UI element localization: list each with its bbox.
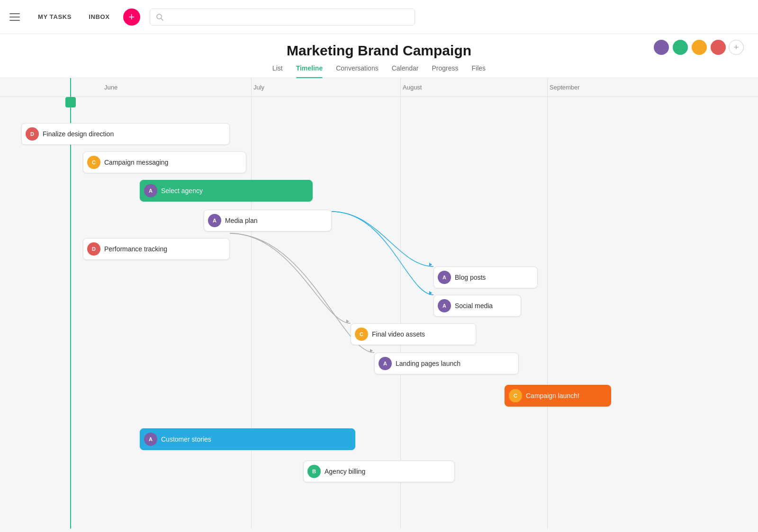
task-card-blog-posts[interactable]: ABlog posts (433, 266, 538, 288)
project-title: Marketing Brand Campaign (0, 43, 758, 59)
add-button[interactable]: + (123, 9, 140, 26)
task-avatar-landing-pages: A (379, 357, 392, 370)
task-avatar-finalize: D (26, 127, 39, 141)
task-label-agency-billing: Agency billing (325, 468, 365, 475)
task-card-performance[interactable]: DPerformance tracking (83, 238, 230, 260)
month-headers: June July August September (0, 78, 758, 97)
month-june: June (104, 84, 117, 91)
task-label-blog-posts: Blog posts (455, 274, 486, 281)
task-label-select-agency: Select agency (161, 187, 203, 195)
task-label-media-plan: Media plan (225, 217, 258, 224)
avatar-4 (710, 39, 727, 56)
task-card-customer-stories[interactable]: ACustomer stories (140, 428, 355, 450)
avatar-group: + (653, 39, 744, 56)
task-card-campaign-msg[interactable]: CCampaign messaging (83, 151, 246, 173)
task-avatar-social-media: A (438, 299, 451, 312)
month-july: July (253, 84, 264, 91)
task-avatar-campaign-launch: C (509, 389, 522, 402)
task-card-campaign-launch[interactable]: CCampaign launch! (505, 385, 611, 407)
tab-timeline[interactable]: Timeline (296, 64, 323, 78)
task-card-select-agency[interactable]: ASelect agency (140, 180, 313, 202)
tab-progress[interactable]: Progress (432, 64, 459, 78)
tab-list[interactable]: List (272, 64, 283, 78)
search-icon (156, 13, 163, 21)
month-august: August (403, 84, 422, 91)
task-avatar-final-video: C (355, 328, 368, 341)
project-header: + Marketing Brand Campaign List Timeline… (0, 34, 758, 78)
add-member-button[interactable]: + (729, 40, 744, 55)
task-card-landing-pages[interactable]: ALanding pages launch (374, 353, 519, 374)
svg-marker-4 (346, 319, 349, 323)
task-card-finalize[interactable]: DFinalize design direction (21, 123, 230, 145)
tab-files[interactable]: Files (472, 64, 486, 78)
task-label-campaign-msg: Campaign messaging (104, 159, 168, 166)
tab-calendar[interactable]: Calendar (392, 64, 419, 78)
task-card-final-video[interactable]: CFinal video assets (351, 323, 476, 345)
task-label-final-video: Final video assets (372, 330, 425, 338)
task-avatar-campaign-msg: C (87, 156, 100, 169)
tab-conversations[interactable]: Conversations (336, 64, 379, 78)
nav-my-tasks[interactable]: MY TASKS (34, 11, 75, 22)
task-avatar-blog-posts: A (438, 271, 451, 284)
task-avatar-customer-stories: A (144, 433, 157, 446)
svg-marker-3 (429, 291, 432, 295)
task-card-agency-billing[interactable]: BAgency billing (303, 461, 455, 482)
svg-marker-5 (370, 349, 373, 353)
task-label-finalize: Finalize design direction (43, 130, 114, 138)
month-september: September (550, 84, 580, 91)
project-tabs: List Timeline Conversations Calendar Pro… (0, 64, 758, 78)
grid-line-july (251, 78, 252, 529)
today-marker (65, 97, 76, 107)
avatar-3 (691, 39, 708, 56)
avatar-2 (672, 39, 689, 56)
svg-line-1 (161, 18, 163, 20)
task-avatar-select-agency: A (144, 184, 157, 197)
task-label-campaign-launch: Campaign launch! (526, 392, 579, 399)
task-avatar-media-plan: A (208, 214, 221, 227)
task-label-customer-stories: Customer stories (161, 435, 211, 443)
today-line (70, 78, 71, 529)
timeline-container: June July August September DFinalize des… (0, 78, 758, 529)
task-card-social-media[interactable]: ASocial media (433, 295, 521, 317)
nav-inbox[interactable]: INBOX (85, 11, 113, 22)
task-card-media-plan[interactable]: AMedia plan (204, 210, 332, 231)
task-label-performance: Performance tracking (104, 245, 167, 253)
avatar-1 (653, 39, 670, 56)
grid-line-september (547, 78, 548, 529)
task-avatar-performance: D (87, 242, 100, 256)
task-label-social-media: Social media (455, 302, 493, 310)
task-label-landing-pages: Landing pages launch (396, 360, 460, 367)
task-avatar-agency-billing: B (307, 465, 321, 478)
search-bar[interactable] (150, 9, 415, 26)
top-nav: MY TASKS INBOX + (0, 0, 758, 34)
svg-marker-2 (429, 263, 432, 266)
hamburger-menu[interactable] (9, 9, 25, 25)
search-input[interactable] (167, 13, 409, 21)
